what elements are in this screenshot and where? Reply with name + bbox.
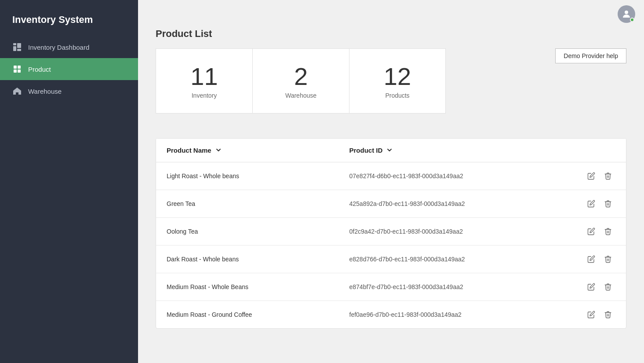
sidebar-item-warehouse[interactable]: Warehouse [0, 80, 138, 102]
stat-card-warehouse: 2 Warehouse [252, 48, 349, 114]
product-id-cell: e874bf7e-d7b0-ec11-983f-000d3a149aa2 [339, 273, 574, 301]
stats-and-help-row: 11 Inventory 2 Warehouse 12 Products Dem… [156, 48, 626, 126]
svg-rect-6 [14, 70, 17, 73]
avatar[interactable] [618, 5, 635, 23]
stat-label-products: Products [385, 92, 409, 99]
th-product-id: Product ID [339, 139, 574, 162]
svg-rect-5 [18, 66, 21, 69]
table-header-row: Product Name Product ID [156, 139, 626, 162]
sidebar-item-inventory-dashboard[interactable]: Inventory Dashboard [0, 36, 138, 58]
table-row: Green Tea 425a892a-d7b0-ec11-983f-000d3a… [156, 190, 626, 217]
sidebar-nav: Inventory Dashboard Product Warehouse [0, 36, 138, 102]
col-header-product-id[interactable]: Product ID [349, 147, 563, 154]
stat-number-products: 12 [384, 63, 411, 90]
stats-row: 11 Inventory 2 Warehouse 12 Products [156, 48, 446, 114]
product-name-cell: Green Tea [156, 190, 339, 217]
sidebar-item-product[interactable]: Product [0, 58, 138, 80]
edit-button[interactable] [584, 253, 599, 265]
delete-button[interactable] [600, 253, 615, 265]
table-row: Oolong Tea 0f2c9a42-d7b0-ec11-983f-000d3… [156, 217, 626, 245]
col-label-product-name: Product Name [167, 147, 211, 154]
table-row: Medium Roast - Ground Coffee fef0ae96-d7… [156, 301, 626, 328]
edit-button[interactable] [584, 170, 599, 182]
product-name-cell: Oolong Tea [156, 217, 339, 245]
delete-button[interactable] [600, 198, 615, 209]
product-name-cell: Light Roast - Whole beans [156, 162, 339, 190]
svg-rect-1 [13, 46, 16, 51]
product-table-body: Light Roast - Whole beans 07e827f4-d6b0-… [156, 162, 626, 328]
stat-number-inventory: 11 [190, 63, 218, 90]
stat-label-inventory: Inventory [192, 92, 217, 99]
table-row: Light Roast - Whole beans 07e827f4-d6b0-… [156, 162, 626, 190]
stat-label-warehouse: Warehouse [285, 92, 317, 99]
chevron-down-icon [215, 147, 222, 154]
product-id-cell: 07e827f4-d6b0-ec11-983f-000d3a149aa2 [339, 162, 574, 190]
chevron-down-icon [386, 147, 393, 154]
delete-button[interactable] [600, 170, 615, 182]
th-actions [573, 139, 626, 162]
col-header-product-name[interactable]: Product Name [167, 147, 328, 154]
svg-rect-0 [13, 43, 16, 45]
topbar [138, 0, 644, 28]
sidebar: Inventory System Inventory Dashboard [0, 0, 138, 363]
table-row: Dark Roast - Whole beans e828d766-d7b0-e… [156, 245, 626, 273]
actions-cell [573, 162, 626, 190]
delete-button[interactable] [600, 309, 615, 320]
svg-rect-3 [17, 49, 21, 51]
main-content: Product List 11 Inventory 2 Warehouse 12… [138, 0, 644, 363]
sidebar-item-label: Product [28, 66, 51, 73]
stat-number-warehouse: 2 [294, 63, 308, 90]
product-id-cell: fef0ae96-d7b0-ec11-983f-000d3a149aa2 [339, 301, 574, 328]
th-product-name: Product Name [156, 139, 339, 162]
edit-button[interactable] [584, 309, 599, 320]
product-name-cell: Medium Roast - Ground Coffee [156, 301, 339, 328]
delete-button[interactable] [600, 281, 615, 293]
dashboard-icon [12, 42, 22, 52]
svg-rect-4 [14, 66, 17, 69]
product-name-cell: Dark Roast - Whole beans [156, 245, 339, 273]
product-id-cell: 0f2c9a42-d7b0-ec11-983f-000d3a149aa2 [339, 217, 574, 245]
svg-rect-7 [18, 70, 21, 73]
actions-cell [573, 217, 626, 245]
product-table: Product Name Product ID [156, 139, 626, 328]
product-id-cell: 425a892a-d7b0-ec11-983f-000d3a149aa2 [339, 190, 574, 217]
sidebar-item-label: Warehouse [28, 88, 62, 95]
product-id-cell: e828d766-d7b0-ec11-983f-000d3a149aa2 [339, 245, 574, 273]
actions-cell [573, 301, 626, 328]
edit-button[interactable] [584, 281, 599, 293]
app-title: Inventory System [0, 0, 138, 36]
help-button[interactable]: Demo Provider help [555, 48, 626, 63]
stat-card-inventory: 11 Inventory [156, 48, 252, 114]
product-icon [12, 64, 22, 74]
table-row: Medium Roast - Whole Beans e874bf7e-d7b0… [156, 273, 626, 301]
actions-cell [573, 245, 626, 273]
stat-card-products: 12 Products [349, 48, 446, 114]
actions-cell [573, 273, 626, 301]
svg-point-8 [625, 11, 628, 14]
page-title: Product List [156, 28, 626, 40]
delete-button[interactable] [600, 226, 615, 237]
product-table-container: Product Name Product ID [156, 138, 626, 329]
help-btn-wrap: Demo Provider help [555, 48, 626, 63]
edit-button[interactable] [584, 198, 599, 209]
product-name-cell: Medium Roast - Whole Beans [156, 273, 339, 301]
col-label-product-id: Product ID [349, 147, 383, 154]
svg-rect-2 [17, 43, 21, 48]
actions-cell [573, 190, 626, 217]
sidebar-item-label: Inventory Dashboard [28, 44, 89, 51]
warehouse-icon [12, 86, 22, 96]
edit-button[interactable] [584, 226, 599, 237]
page-content: Product List 11 Inventory 2 Warehouse 12… [138, 28, 644, 346]
avatar-status-dot [630, 18, 634, 22]
